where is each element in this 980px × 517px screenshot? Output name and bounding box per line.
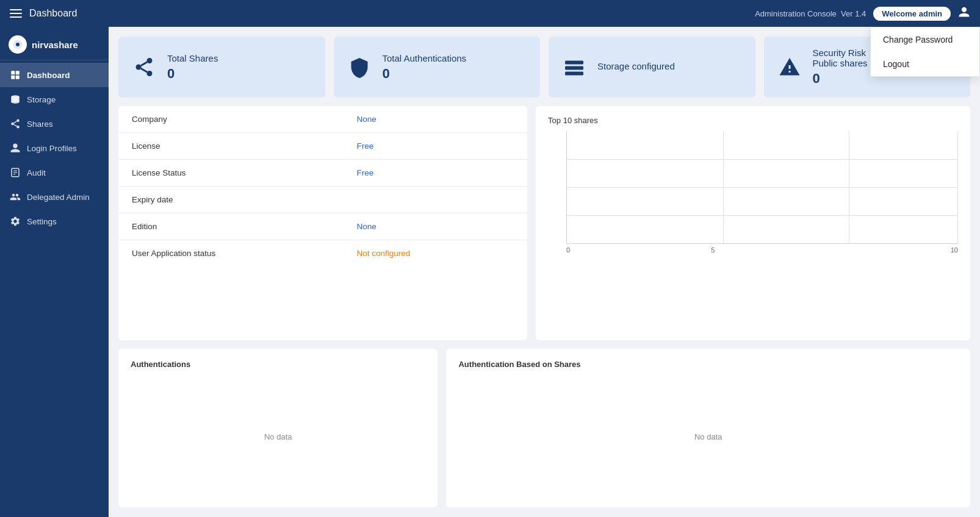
sidebar-item-shares[interactable]: Shares xyxy=(0,112,109,136)
info-table-label: Expiry date xyxy=(118,187,344,213)
authentications-panel: Authentications No data xyxy=(118,349,438,507)
info-table-value[interactable]: Free xyxy=(344,160,528,187)
info-table-row: User Application statusNot configured xyxy=(118,240,527,267)
user-dropdown-menu: Change Password Logout xyxy=(870,27,980,77)
stat-card-security-info: Security Risk Public shares 0 xyxy=(813,48,868,87)
svg-rect-3 xyxy=(11,76,15,79)
info-table: CompanyNoneLicenseFreeLicense StatusFree… xyxy=(118,106,527,266)
topbar-right: Administration Console Ver 1.4 Welcome a… xyxy=(755,6,970,21)
topbar-left: Dashboard xyxy=(10,8,77,19)
sidebar-item-dashboard[interactable]: Dashboard xyxy=(0,63,109,87)
sidebar-item-audit-label: Audit xyxy=(27,168,46,177)
sidebar-item-storage-label: Storage xyxy=(27,95,56,104)
sidebar-item-delegated-admin[interactable]: Delegated Admin xyxy=(0,185,109,209)
auth-based-shares-panel-title: Authentication Based on Shares xyxy=(458,360,958,369)
sidebar-item-settings[interactable]: Settings xyxy=(0,209,109,234)
hamburger-icon[interactable] xyxy=(10,9,22,18)
top10-chart-area xyxy=(566,131,958,244)
sidebar-item-delegated-admin-label: Delegated Admin xyxy=(27,193,90,202)
info-table-row: Expiry date xyxy=(118,187,527,213)
svg-line-10 xyxy=(13,121,16,123)
info-table-value[interactable]: None xyxy=(344,213,528,240)
info-table-value[interactable]: Not configured xyxy=(344,240,528,267)
stat-card-total-auth-info: Total Authentications 0 xyxy=(383,53,467,82)
sidebar-logo: nirvashare xyxy=(0,27,109,60)
share-icon xyxy=(131,54,157,80)
stat-cards-row: Total Shares 0 Total Authentications 0 xyxy=(118,37,970,98)
top10-chart-title: Top 10 shares xyxy=(548,116,958,125)
logo-text: nirvashare xyxy=(32,40,78,50)
svg-rect-20 xyxy=(565,61,583,65)
topbar: Dashboard Administration Console Ver 1.4… xyxy=(0,0,980,27)
info-table-label: Company xyxy=(118,106,344,133)
user-icon[interactable] xyxy=(958,6,970,21)
storage-icon xyxy=(561,54,588,80)
sidebar-item-settings-label: Settings xyxy=(27,217,57,226)
stat-card-storage-configured[interactable]: Storage configured xyxy=(549,37,755,98)
sidebar-item-login-profiles[interactable]: Login Profiles xyxy=(0,136,109,160)
welcome-badge[interactable]: Welcome admin xyxy=(873,7,951,21)
sidebar-item-audit[interactable]: Audit xyxy=(0,160,109,185)
stat-card-security-title: Security Risk Public shares xyxy=(813,48,868,68)
bottom-row: Authentications No data Authentication B… xyxy=(118,349,970,507)
svg-point-7 xyxy=(11,123,14,126)
sidebar-nav: Dashboard Storage Shares Login Profiles … xyxy=(0,60,109,517)
auth-based-shares-no-data: No data xyxy=(458,377,958,496)
info-table-value[interactable]: Free xyxy=(344,133,528,160)
authentications-panel-title: Authentications xyxy=(131,360,425,369)
info-table-row: CompanyNone xyxy=(118,106,527,133)
info-table-row: License StatusFree xyxy=(118,160,527,187)
shield-icon xyxy=(346,54,373,80)
sidebar-item-storage[interactable]: Storage xyxy=(0,87,109,112)
stat-card-storage-title: Storage configured xyxy=(597,61,675,71)
chart-x-labels: 0 5 10 xyxy=(566,244,958,254)
admin-console-label: Administration Console Ver 1.4 xyxy=(755,9,866,18)
stat-card-total-shares-info: Total Shares 0 xyxy=(167,53,218,82)
sidebar-item-login-profiles-label: Login Profiles xyxy=(27,144,77,153)
topbar-title: Dashboard xyxy=(29,8,77,19)
stat-card-total-shares[interactable]: Total Shares 0 xyxy=(118,37,325,98)
stat-card-total-auth-value: 0 xyxy=(383,66,467,82)
stat-card-total-shares-title: Total Shares xyxy=(167,53,218,63)
svg-rect-22 xyxy=(565,72,583,76)
authentications-no-data: No data xyxy=(131,377,425,496)
svg-rect-21 xyxy=(565,66,583,70)
info-table-row: EditionNone xyxy=(118,213,527,240)
auth-based-shares-panel: Authentication Based on Shares No data xyxy=(446,349,970,507)
svg-line-18 xyxy=(141,68,147,72)
svg-point-17 xyxy=(147,71,153,76)
main-content: Total Shares 0 Total Authentications 0 xyxy=(109,27,980,517)
svg-point-6 xyxy=(16,119,20,123)
stat-card-security-value: 0 xyxy=(813,71,868,87)
svg-rect-1 xyxy=(11,71,15,74)
sidebar-item-dashboard-label: Dashboard xyxy=(27,71,70,80)
sidebar: nirvashare Dashboard Storage Shares Logi… xyxy=(0,27,109,517)
info-table-label: License xyxy=(118,133,344,160)
change-password-menu-item[interactable]: Change Password xyxy=(871,27,979,52)
stat-card-total-shares-value: 0 xyxy=(167,66,218,82)
stat-card-total-authentications[interactable]: Total Authentications 0 xyxy=(334,37,541,98)
logo-icon xyxy=(9,35,27,54)
svg-point-15 xyxy=(147,58,153,63)
logout-menu-item[interactable]: Logout xyxy=(871,52,979,76)
sidebar-item-shares-label: Shares xyxy=(27,119,53,129)
info-table-label: User Application status xyxy=(118,240,344,267)
svg-rect-4 xyxy=(16,76,20,79)
content-row-middle: CompanyNoneLicenseFreeLicense StatusFree… xyxy=(118,106,970,340)
info-table-value xyxy=(344,187,528,213)
warning-icon xyxy=(776,54,803,80)
info-table-value[interactable]: None xyxy=(344,106,528,133)
svg-line-9 xyxy=(13,124,16,126)
svg-line-19 xyxy=(141,62,147,66)
info-table-row: LicenseFree xyxy=(118,133,527,160)
svg-point-8 xyxy=(16,126,20,129)
info-table-label: License Status xyxy=(118,160,344,187)
stat-card-total-auth-title: Total Authentications xyxy=(383,53,467,63)
stat-card-storage-info: Storage configured xyxy=(597,61,675,74)
svg-rect-2 xyxy=(16,71,20,74)
svg-point-16 xyxy=(136,65,142,70)
system-info-panel: CompanyNoneLicenseFreeLicense StatusFree… xyxy=(118,106,527,340)
top10-chart-panel: Top 10 shares 0 5 xyxy=(536,106,970,340)
info-table-label: Edition xyxy=(118,213,344,240)
